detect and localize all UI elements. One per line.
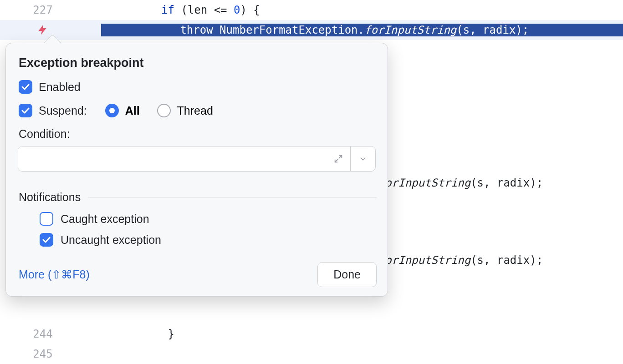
condition-label: Condition: (19, 127, 377, 141)
caught-label: Caught exception (61, 212, 149, 226)
condition-input[interactable] (18, 147, 326, 171)
caught-checkbox[interactable] (40, 212, 53, 226)
code-line-245: 245 (0, 344, 623, 364)
condition-field (18, 146, 376, 172)
code-text-highlighted[interactable]: throw NumberFormatException.forInputStri… (101, 24, 623, 36)
suspend-all-label: All (125, 104, 140, 117)
expand-icon[interactable] (326, 147, 351, 171)
code-line-244: 244 } (0, 324, 623, 344)
code-text[interactable]: } (102, 328, 623, 340)
suspend-label: Suspend: (39, 104, 87, 117)
more-link[interactable]: More (⇧⌘F8) (19, 268, 90, 281)
uncaught-checkbox[interactable] (40, 233, 53, 247)
caught-row: Caught exception (40, 212, 377, 226)
line-number: 245 (28, 348, 57, 360)
notifications-label: Notifications (19, 191, 81, 204)
code-line-227: 227 if (len <= 0) { (0, 0, 623, 20)
divider (88, 197, 377, 197)
suspend-checkbox[interactable] (19, 104, 32, 117)
notifications-heading: Notifications (19, 191, 377, 204)
popup-footer: More (⇧⌘F8) Done (17, 262, 377, 287)
enabled-checkbox[interactable] (19, 80, 32, 94)
uncaught-label: Uncaught exception (61, 233, 161, 247)
suspend-thread-label: Thread (177, 104, 213, 117)
line-number: 227 (28, 4, 57, 16)
code-text[interactable]: if (len <= 0) { (102, 4, 623, 16)
line-number: 244 (28, 328, 57, 340)
enabled-label: Enabled (39, 81, 81, 94)
popup-title: Exception breakpoint (19, 56, 377, 70)
uncaught-row: Uncaught exception (40, 233, 377, 247)
exception-breakpoint-icon[interactable] (28, 24, 56, 36)
code-line-228: throw NumberFormatException.forInputStri… (0, 20, 623, 40)
suspend-all-radio[interactable] (105, 104, 119, 117)
suspend-row: Suspend: All Thread (19, 104, 377, 117)
enabled-row: Enabled (19, 80, 377, 94)
done-button[interactable]: Done (317, 262, 377, 287)
suspend-thread-radio[interactable] (157, 104, 171, 117)
exception-breakpoint-popup: Exception breakpoint Enabled Suspend: Al… (5, 43, 388, 297)
code-editor: 227 if (len <= 0) { throw NumberFormatEx… (0, 0, 623, 364)
chevron-down-icon[interactable] (351, 147, 375, 171)
